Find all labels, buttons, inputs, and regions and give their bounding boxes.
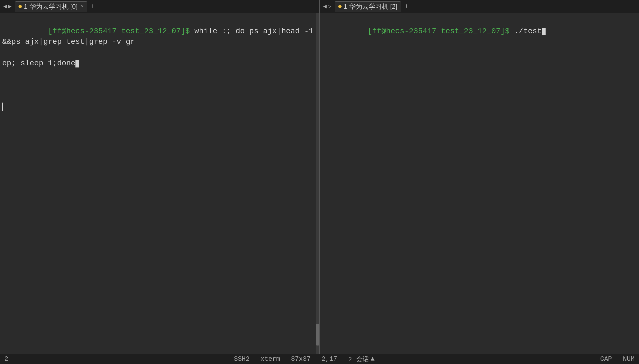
left-tab-1-label: 1 华为云学习机 [0] — [24, 2, 78, 11]
right-tab-status-dot — [338, 5, 342, 8]
left-tab-1-close[interactable]: × — [81, 4, 84, 9]
num-indicator: NUM — [623, 355, 635, 363]
cap-indicator: CAP — [600, 355, 612, 363]
left-prompt: [ff@hecs-235417 test_23_12_07]$ — [48, 27, 190, 35]
right-terminal-content[interactable]: [ff@hecs-235417 test_23_12_07]$ ./test — [320, 13, 639, 354]
sessions-indicator: 2 会话 ▲ — [348, 355, 375, 363]
left-next-arrow[interactable]: ▶ — [8, 3, 11, 10]
left-cursor — [75, 60, 79, 67]
left-nav-arrows[interactable]: ◀ ▶ — [3, 3, 12, 10]
right-tab-1-label: 1 华为云学习机 [2] — [344, 2, 397, 11]
sessions-label: 2 会话 — [348, 355, 369, 363]
page-number: 2 — [4, 355, 8, 363]
left-add-tab[interactable]: + — [88, 2, 97, 11]
right-add-tab[interactable]: + — [402, 2, 411, 11]
right-tab-bar: ◀ ▷ 1 华为云学习机 [2] + — [320, 0, 639, 13]
right-tab-1[interactable]: 1 华为云学习机 [2] — [335, 1, 401, 12]
right-command: ./test — [510, 27, 542, 35]
right-next-arrow[interactable]: ▷ — [328, 3, 331, 10]
left-terminal-content[interactable]: [ff@hecs-235417 test_23_12_07]$ while :;… — [0, 13, 319, 354]
sessions-up-arrow: ▲ — [371, 355, 375, 363]
status-page-num: 2 — [4, 355, 8, 363]
tab-status-dot — [19, 5, 22, 8]
left-tab-1[interactable]: 1 华为云学习机 [0] × — [15, 1, 87, 12]
right-cursor — [542, 28, 546, 35]
terminal-container: ◀ ▶ 1 华为云学习机 [0] × + ◀ ▷ — [0, 0, 639, 364]
left-text-cursor — [2, 103, 3, 111]
status-center: SSH2 xterm 87x37 2,17 2 会话 ▲ — [19, 355, 589, 363]
terminal-panes: [ff@hecs-235417 test_23_12_07]$ while :;… — [0, 13, 639, 354]
right-prompt: [ff@hecs-235417 test_23_12_07]$ — [368, 27, 510, 35]
status-bar: 2 SSH2 xterm 87x37 2,17 2 会话 ▲ CAP NUM — [0, 354, 639, 364]
left-scrollbar[interactable] — [316, 13, 319, 354]
right-prev-arrow[interactable]: ◀ — [323, 3, 327, 10]
ssh-label: SSH2 — [234, 355, 250, 363]
left-command-cont: ep; sleep 1;done — [2, 59, 75, 67]
right-terminal-pane[interactable]: [ff@hecs-235417 test_23_12_07]$ ./test — [320, 13, 639, 354]
terminal-dimensions: 87x37 — [291, 355, 311, 363]
left-tab-bar: ◀ ▶ 1 华为云学习机 [0] × + — [0, 0, 319, 13]
left-prev-arrow[interactable]: ◀ — [3, 3, 7, 10]
cursor-position: 2,17 — [321, 355, 337, 363]
status-right: CAP NUM — [600, 355, 635, 363]
xterm-label: xterm — [260, 355, 280, 363]
left-scrollbar-thumb[interactable] — [316, 324, 319, 346]
left-terminal-pane[interactable]: [ff@hecs-235417 test_23_12_07]$ while :;… — [0, 13, 320, 354]
right-nav-arrows[interactable]: ◀ ▷ — [323, 3, 331, 10]
